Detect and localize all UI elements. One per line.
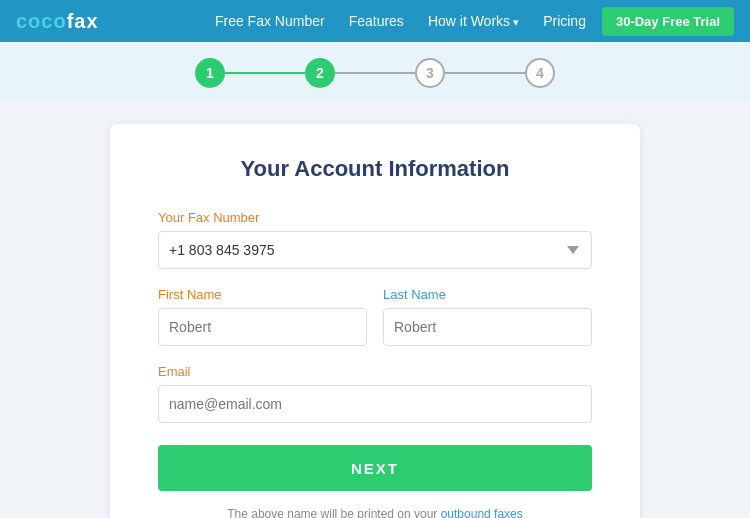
stepper: 1 2 3 4 [195, 58, 555, 88]
last-name-input[interactable] [383, 308, 592, 346]
nav-link-features[interactable]: Features [349, 13, 404, 29]
first-name-field: First Name [158, 287, 367, 346]
nav-item-how-it-works[interactable]: How it Works [428, 12, 519, 30]
info-text-line1: The above name will be printed on your [227, 507, 440, 518]
fax-number-field: Your Fax Number +1 803 845 3975 [158, 210, 592, 287]
nav-item-features[interactable]: Features [349, 12, 404, 30]
email-input[interactable] [158, 385, 592, 423]
step-line-3 [445, 72, 525, 74]
nav-link-pricing[interactable]: Pricing [543, 13, 586, 29]
logo-part2: fax [67, 10, 99, 32]
nav-link-how-it-works[interactable]: How it Works [428, 13, 519, 29]
nav-links: Free Fax Number Features How it Works Pr… [215, 12, 586, 30]
main-content: Your Account Information Your Fax Number… [0, 100, 750, 518]
name-row: First Name Last Name [158, 287, 592, 346]
logo: cocofax [16, 10, 99, 33]
navbar: cocofax Free Fax Number Features How it … [0, 0, 750, 42]
trial-button[interactable]: 30-Day Free Trial [602, 7, 734, 36]
step-4: 4 [525, 58, 555, 88]
nav-item-pricing[interactable]: Pricing [543, 12, 586, 30]
last-name-field: Last Name [383, 287, 592, 346]
last-name-label: Last Name [383, 287, 592, 302]
info-text: The above name will be printed on your o… [158, 505, 592, 518]
step-3: 3 [415, 58, 445, 88]
step-line-1 [225, 72, 305, 74]
first-name-input[interactable] [158, 308, 367, 346]
card-title: Your Account Information [158, 156, 592, 182]
step-1: 1 [195, 58, 225, 88]
step-2: 2 [305, 58, 335, 88]
email-label: Email [158, 364, 592, 379]
fax-number-label: Your Fax Number [158, 210, 592, 225]
email-field-container: Email [158, 364, 592, 423]
stepper-container: 1 2 3 4 [0, 42, 750, 100]
account-form-card: Your Account Information Your Fax Number… [110, 124, 640, 518]
fax-number-select[interactable]: +1 803 845 3975 [158, 231, 592, 269]
logo-part1: coco [16, 10, 67, 32]
step-line-2 [335, 72, 415, 74]
next-button[interactable]: NEXT [158, 445, 592, 491]
first-name-label: First Name [158, 287, 367, 302]
nav-link-free-fax[interactable]: Free Fax Number [215, 13, 325, 29]
outbound-faxes-link[interactable]: outbound faxes [441, 507, 523, 518]
nav-item-free-fax[interactable]: Free Fax Number [215, 12, 325, 30]
